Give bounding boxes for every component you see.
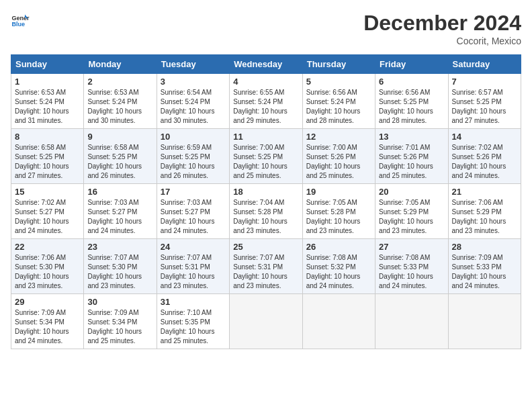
day-info: Sunrise: 7:06 AM Sunset: 5:30 PM Dayligh… [15, 253, 80, 291]
calendar-table: Sunday Monday Tuesday Wednesday Thursday… [11, 54, 521, 349]
table-row: 10Sunrise: 6:59 AM Sunset: 5:25 PM Dayli… [157, 129, 229, 184]
day-info: Sunrise: 7:08 AM Sunset: 5:32 PM Dayligh… [306, 253, 371, 291]
table-row: 23Sunrise: 7:07 AM Sunset: 5:30 PM Dayli… [84, 239, 157, 294]
day-info: Sunrise: 6:56 AM Sunset: 5:25 PM Dayligh… [379, 88, 444, 126]
table-row: 14Sunrise: 7:02 AM Sunset: 5:26 PM Dayli… [448, 129, 521, 184]
table-row: 16Sunrise: 7:03 AM Sunset: 5:27 PM Dayli… [84, 184, 157, 239]
day-info: Sunrise: 7:03 AM Sunset: 5:27 PM Dayligh… [87, 198, 152, 236]
title-area: December 2024 Cocorit, Mexico [363, 11, 521, 46]
day-info: Sunrise: 7:07 AM Sunset: 5:31 PM Dayligh… [161, 253, 226, 291]
day-info: Sunrise: 6:56 AM Sunset: 5:24 PM Dayligh… [306, 88, 371, 126]
day-info: Sunrise: 7:09 AM Sunset: 5:34 PM Dayligh… [15, 308, 80, 346]
table-row: 13Sunrise: 7:01 AM Sunset: 5:26 PM Dayli… [375, 129, 448, 184]
table-row: 1Sunrise: 6:53 AM Sunset: 5:24 PM Daylig… [11, 74, 84, 129]
table-row: 29Sunrise: 7:09 AM Sunset: 5:34 PM Dayli… [11, 294, 84, 349]
col-thursday: Thursday [302, 55, 375, 74]
day-info: Sunrise: 7:05 AM Sunset: 5:29 PM Dayligh… [379, 198, 444, 236]
day-number: 18 [233, 187, 298, 197]
table-row: 24Sunrise: 7:07 AM Sunset: 5:31 PM Dayli… [157, 239, 229, 294]
day-number: 4 [233, 77, 298, 87]
day-info: Sunrise: 6:53 AM Sunset: 5:24 PM Dayligh… [15, 88, 80, 126]
table-row [302, 294, 375, 349]
table-row: 8Sunrise: 6:58 AM Sunset: 5:25 PM Daylig… [11, 129, 84, 184]
col-monday: Monday [84, 55, 157, 74]
day-info: Sunrise: 6:54 AM Sunset: 5:24 PM Dayligh… [161, 88, 226, 126]
day-number: 14 [452, 132, 517, 142]
calendar-week-row: 22Sunrise: 7:06 AM Sunset: 5:30 PM Dayli… [11, 239, 521, 294]
day-info: Sunrise: 7:06 AM Sunset: 5:29 PM Dayligh… [452, 198, 517, 236]
header-row: Sunday Monday Tuesday Wednesday Thursday… [11, 55, 521, 74]
day-info: Sunrise: 6:59 AM Sunset: 5:25 PM Dayligh… [161, 143, 226, 181]
table-row [230, 294, 302, 349]
table-row: 11Sunrise: 7:00 AM Sunset: 5:25 PM Dayli… [230, 129, 302, 184]
day-number: 3 [161, 77, 226, 87]
table-row: 21Sunrise: 7:06 AM Sunset: 5:29 PM Dayli… [448, 184, 521, 239]
table-row: 18Sunrise: 7:04 AM Sunset: 5:28 PM Dayli… [230, 184, 302, 239]
day-number: 22 [15, 242, 80, 252]
day-info: Sunrise: 7:09 AM Sunset: 5:33 PM Dayligh… [452, 253, 517, 291]
day-info: Sunrise: 7:03 AM Sunset: 5:27 PM Dayligh… [161, 198, 226, 236]
day-info: Sunrise: 7:00 AM Sunset: 5:26 PM Dayligh… [306, 143, 371, 181]
day-info: Sunrise: 7:08 AM Sunset: 5:33 PM Dayligh… [379, 253, 444, 291]
day-number: 29 [15, 297, 80, 307]
day-number: 13 [379, 132, 444, 142]
svg-text:Blue: Blue [11, 21, 25, 28]
day-number: 2 [87, 77, 152, 87]
day-number: 9 [87, 132, 152, 142]
day-info: Sunrise: 7:00 AM Sunset: 5:25 PM Dayligh… [233, 143, 298, 181]
table-row: 20Sunrise: 7:05 AM Sunset: 5:29 PM Dayli… [375, 184, 448, 239]
day-number: 26 [306, 242, 371, 252]
day-info: Sunrise: 6:53 AM Sunset: 5:24 PM Dayligh… [87, 88, 152, 126]
day-info: Sunrise: 6:55 AM Sunset: 5:24 PM Dayligh… [233, 88, 298, 126]
day-number: 16 [87, 187, 152, 197]
day-number: 25 [233, 242, 298, 252]
col-saturday: Saturday [448, 55, 521, 74]
table-row [375, 294, 448, 349]
day-info: Sunrise: 7:05 AM Sunset: 5:28 PM Dayligh… [306, 198, 371, 236]
day-number: 20 [379, 187, 444, 197]
day-number: 21 [452, 187, 517, 197]
day-number: 23 [87, 242, 152, 252]
day-number: 24 [161, 242, 226, 252]
table-row: 25Sunrise: 7:07 AM Sunset: 5:31 PM Dayli… [230, 239, 302, 294]
table-row: 7Sunrise: 6:57 AM Sunset: 5:25 PM Daylig… [448, 74, 521, 129]
table-row: 19Sunrise: 7:05 AM Sunset: 5:28 PM Dayli… [302, 184, 375, 239]
table-row: 15Sunrise: 7:02 AM Sunset: 5:27 PM Dayli… [11, 184, 84, 239]
calendar-week-row: 1Sunrise: 6:53 AM Sunset: 5:24 PM Daylig… [11, 74, 521, 129]
day-number: 1 [15, 77, 80, 87]
table-row: 6Sunrise: 6:56 AM Sunset: 5:25 PM Daylig… [375, 74, 448, 129]
day-number: 28 [452, 242, 517, 252]
day-info: Sunrise: 7:01 AM Sunset: 5:26 PM Dayligh… [379, 143, 444, 181]
table-row: 22Sunrise: 7:06 AM Sunset: 5:30 PM Dayli… [11, 239, 84, 294]
day-number: 11 [233, 132, 298, 142]
logo-icon: General Blue [11, 11, 30, 30]
day-number: 19 [306, 187, 371, 197]
table-row: 27Sunrise: 7:08 AM Sunset: 5:33 PM Dayli… [375, 239, 448, 294]
day-info: Sunrise: 6:58 AM Sunset: 5:25 PM Dayligh… [87, 143, 152, 181]
day-info: Sunrise: 7:04 AM Sunset: 5:28 PM Dayligh… [233, 198, 298, 236]
table-row: 12Sunrise: 7:00 AM Sunset: 5:26 PM Dayli… [302, 129, 375, 184]
day-info: Sunrise: 6:57 AM Sunset: 5:25 PM Dayligh… [452, 88, 517, 126]
day-info: Sunrise: 7:10 AM Sunset: 5:35 PM Dayligh… [161, 308, 226, 346]
day-number: 27 [379, 242, 444, 252]
calendar-week-row: 15Sunrise: 7:02 AM Sunset: 5:27 PM Dayli… [11, 184, 521, 239]
table-row: 5Sunrise: 6:56 AM Sunset: 5:24 PM Daylig… [302, 74, 375, 129]
table-row: 26Sunrise: 7:08 AM Sunset: 5:32 PM Dayli… [302, 239, 375, 294]
day-info: Sunrise: 7:02 AM Sunset: 5:27 PM Dayligh… [15, 198, 80, 236]
month-title: December 2024 [363, 11, 521, 36]
day-info: Sunrise: 7:09 AM Sunset: 5:34 PM Dayligh… [87, 308, 152, 346]
table-row: 31Sunrise: 7:10 AM Sunset: 5:35 PM Dayli… [157, 294, 229, 349]
day-number: 15 [15, 187, 80, 197]
day-number: 30 [87, 297, 152, 307]
logo: General Blue [11, 11, 30, 30]
table-row [448, 294, 521, 349]
day-info: Sunrise: 7:02 AM Sunset: 5:26 PM Dayligh… [452, 143, 517, 181]
col-tuesday: Tuesday [157, 55, 229, 74]
table-row: 17Sunrise: 7:03 AM Sunset: 5:27 PM Dayli… [157, 184, 229, 239]
day-info: Sunrise: 6:58 AM Sunset: 5:25 PM Dayligh… [15, 143, 80, 181]
day-info: Sunrise: 7:07 AM Sunset: 5:31 PM Dayligh… [233, 253, 298, 291]
col-friday: Friday [375, 55, 448, 74]
location-subtitle: Cocorit, Mexico [363, 36, 521, 46]
col-sunday: Sunday [11, 55, 84, 74]
calendar-week-row: 29Sunrise: 7:09 AM Sunset: 5:34 PM Dayli… [11, 294, 521, 349]
